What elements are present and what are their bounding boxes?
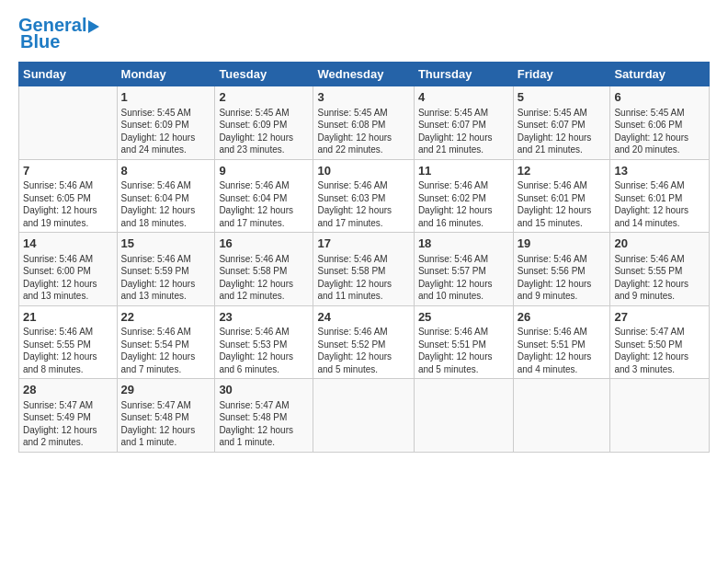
day-info: and 20 minutes.: [614, 144, 705, 156]
day-number: 10: [317, 163, 409, 179]
day-number: 22: [121, 309, 211, 326]
day-info: Daylight: 12 hours: [317, 132, 409, 144]
day-info: Daylight: 12 hours: [121, 350, 211, 363]
day-cell: 30Sunrise: 5:47 AMSunset: 5:48 PMDayligh…: [215, 379, 313, 453]
day-number: 30: [219, 382, 309, 398]
day-info: and 13 minutes.: [121, 290, 211, 303]
day-number: 11: [418, 163, 509, 179]
day-cell: 20Sunrise: 5:46 AMSunset: 5:55 PMDayligh…: [610, 233, 710, 306]
day-number: 19: [518, 236, 607, 252]
day-cell: 19Sunrise: 5:46 AMSunset: 5:56 PMDayligh…: [513, 233, 610, 306]
week-row-1: 1Sunrise: 5:45 AMSunset: 6:09 PMDaylight…: [19, 86, 710, 160]
day-info: Sunset: 6:08 PM: [317, 119, 409, 132]
day-info: and 11 minutes.: [317, 290, 409, 303]
day-info: Sunrise: 5:46 AM: [518, 253, 607, 266]
day-info: Sunrise: 5:47 AM: [121, 399, 211, 412]
day-info: Daylight: 12 hours: [614, 278, 705, 291]
day-info: Sunrise: 5:45 AM: [614, 107, 705, 120]
day-info: Sunrise: 5:46 AM: [418, 253, 509, 266]
day-info: and 7 minutes.: [121, 363, 211, 376]
day-info: and 18 minutes.: [121, 217, 211, 230]
day-cell: 3Sunrise: 5:45 AMSunset: 6:08 PMDaylight…: [313, 86, 414, 160]
day-info: Sunrise: 5:46 AM: [518, 179, 607, 192]
day-info: Sunrise: 5:45 AM: [219, 107, 309, 120]
day-info: and 6 minutes.: [219, 363, 309, 376]
day-info: Sunset: 6:00 PM: [23, 265, 113, 278]
day-info: Sunset: 5:53 PM: [219, 339, 309, 351]
day-info: Sunrise: 5:46 AM: [219, 253, 309, 266]
day-info: Sunset: 6:02 PM: [418, 192, 509, 205]
day-info: and 21 minutes.: [418, 144, 509, 156]
day-info: Daylight: 12 hours: [219, 350, 309, 363]
day-info: Sunset: 6:05 PM: [23, 192, 113, 205]
day-info: Sunrise: 5:46 AM: [518, 326, 607, 339]
day-number: 1: [121, 89, 211, 106]
day-info: and 17 minutes.: [219, 217, 309, 230]
day-info: Sunrise: 5:45 AM: [317, 107, 409, 120]
day-cell: 27Sunrise: 5:47 AMSunset: 5:50 PMDayligh…: [610, 305, 710, 379]
day-cell: 9Sunrise: 5:46 AMSunset: 6:04 PMDaylight…: [215, 159, 313, 233]
day-info: Sunrise: 5:46 AM: [418, 326, 509, 339]
day-info: Daylight: 12 hours: [518, 350, 607, 363]
week-row-3: 14Sunrise: 5:46 AMSunset: 6:00 PMDayligh…: [19, 233, 710, 306]
day-info: and 9 minutes.: [518, 290, 607, 303]
day-info: and 1 minute.: [121, 436, 211, 449]
day-info: Sunrise: 5:46 AM: [614, 253, 705, 266]
calendar-table: SundayMondayTuesdayWednesdayThursdayFrid…: [18, 62, 710, 453]
day-info: Daylight: 12 hours: [121, 132, 211, 144]
day-info: Sunset: 5:59 PM: [121, 265, 211, 278]
day-info: Sunset: 6:07 PM: [418, 119, 509, 132]
day-info: Sunrise: 5:46 AM: [317, 253, 409, 266]
day-number: 23: [219, 309, 309, 326]
day-info: Daylight: 12 hours: [219, 132, 309, 144]
day-info: Sunrise: 5:46 AM: [317, 179, 409, 192]
day-info: Daylight: 12 hours: [121, 278, 211, 291]
day-number: 26: [518, 309, 607, 326]
day-info: Sunset: 5:51 PM: [518, 339, 607, 351]
day-info: and 19 minutes.: [23, 217, 113, 230]
day-info: Sunrise: 5:47 AM: [23, 399, 113, 412]
day-info: and 3 minutes.: [614, 363, 705, 376]
day-cell: 15Sunrise: 5:46 AMSunset: 5:59 PMDayligh…: [117, 233, 215, 306]
day-cell: 13Sunrise: 5:46 AMSunset: 6:01 PMDayligh…: [610, 159, 710, 233]
day-cell: [513, 379, 610, 453]
day-info: Sunset: 6:09 PM: [121, 119, 211, 132]
day-info: and 22 minutes.: [317, 144, 409, 156]
day-info: Sunset: 5:56 PM: [518, 265, 607, 278]
day-cell: 17Sunrise: 5:46 AMSunset: 5:58 PMDayligh…: [313, 233, 414, 306]
week-row-5: 28Sunrise: 5:47 AMSunset: 5:49 PMDayligh…: [19, 379, 710, 453]
day-cell: 18Sunrise: 5:46 AMSunset: 5:57 PMDayligh…: [414, 233, 513, 306]
day-info: Sunset: 5:50 PM: [614, 339, 705, 351]
day-number: 5: [518, 89, 607, 106]
day-info: and 23 minutes.: [219, 144, 309, 156]
col-header-saturday: Saturday: [610, 63, 710, 86]
day-number: 6: [614, 89, 705, 106]
col-header-monday: Monday: [117, 63, 215, 86]
day-info: Sunset: 6:06 PM: [614, 119, 705, 132]
day-info: Daylight: 12 hours: [23, 204, 113, 217]
day-info: Daylight: 12 hours: [518, 278, 607, 291]
day-cell: 25Sunrise: 5:46 AMSunset: 5:51 PMDayligh…: [414, 305, 513, 379]
day-info: Sunrise: 5:47 AM: [219, 399, 309, 412]
day-info: Daylight: 12 hours: [317, 278, 409, 291]
day-info: Daylight: 12 hours: [418, 278, 509, 291]
day-info: Sunset: 6:01 PM: [614, 192, 705, 205]
day-info: Daylight: 12 hours: [121, 204, 211, 217]
day-info: Daylight: 12 hours: [518, 204, 607, 217]
day-info: and 24 minutes.: [121, 144, 211, 156]
day-info: and 14 minutes.: [614, 217, 705, 230]
day-info: Sunrise: 5:46 AM: [23, 179, 113, 192]
day-info: Daylight: 12 hours: [23, 350, 113, 363]
day-info: and 2 minutes.: [23, 436, 113, 449]
day-cell: 29Sunrise: 5:47 AMSunset: 5:48 PMDayligh…: [117, 379, 215, 453]
day-info: Sunset: 5:58 PM: [317, 265, 409, 278]
day-info: Sunrise: 5:46 AM: [219, 179, 309, 192]
header: General Blue: [18, 15, 710, 52]
day-number: 18: [418, 236, 509, 252]
day-cell: 2Sunrise: 5:45 AMSunset: 6:09 PMDaylight…: [215, 86, 313, 160]
day-cell: 6Sunrise: 5:45 AMSunset: 6:06 PMDaylight…: [610, 86, 710, 160]
day-number: 4: [418, 89, 509, 106]
day-info: Sunset: 6:04 PM: [219, 192, 309, 205]
day-info: Daylight: 12 hours: [219, 278, 309, 291]
day-number: 13: [614, 163, 705, 179]
